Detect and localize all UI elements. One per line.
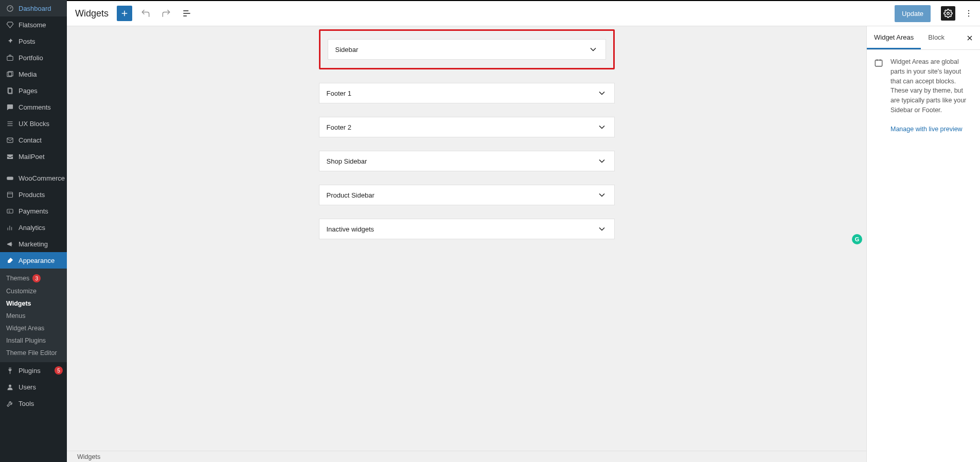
sidebar-item-tools[interactable]: Tools — [0, 395, 67, 412]
sidebar-item-plugins[interactable]: Plugins5 — [0, 362, 67, 379]
envelope-icon — [5, 135, 14, 145]
user-icon — [5, 382, 14, 392]
calendar-icon — [874, 58, 883, 134]
redo-icon — [161, 8, 171, 19]
widget-area-footer-2[interactable]: Footer 2 — [319, 117, 615, 137]
sidebar-item-label: Marketing — [19, 240, 48, 248]
sidebar-item-label: UX Blocks — [19, 120, 49, 128]
svg-point-25 — [947, 12, 950, 15]
sidebar-item-label: Plugins — [19, 367, 41, 375]
analytics-icon — [5, 223, 14, 232]
widget-area-footer-1[interactable]: Footer 1 — [319, 83, 615, 103]
undo-button[interactable] — [138, 6, 153, 21]
chevron-down-icon — [597, 156, 607, 166]
sidebar-item-label: MailPoet — [19, 153, 45, 161]
widget-area-product-sidebar[interactable]: Product Sidebar — [319, 185, 615, 205]
sidebar-item-label: Tools — [19, 400, 34, 407]
inspector-tabs: Widget Areas Block — [867, 26, 980, 50]
sidebar-subitem-label: Customize — [6, 288, 37, 295]
pages-icon — [5, 86, 14, 95]
media-icon — [5, 69, 14, 79]
sidebar-item-contact[interactable]: Contact — [0, 132, 67, 148]
redo-button[interactable] — [159, 6, 173, 21]
comment-icon — [5, 102, 14, 112]
tab-block[interactable]: Block — [921, 26, 952, 49]
sidebar-subitem-widgets[interactable]: Widgets — [0, 297, 67, 310]
sidebar-item-woocommerce[interactable]: WooCommerce — [0, 170, 67, 186]
widget-highlight: Sidebar — [319, 29, 615, 69]
sidebar-item-media[interactable]: Media — [0, 66, 67, 82]
add-block-button[interactable] — [117, 6, 132, 21]
sidebar-subitem-theme-file-editor[interactable]: Theme File Editor — [0, 347, 67, 359]
sidebar-item-label: Portfolio — [19, 54, 43, 62]
chevron-down-icon — [597, 122, 607, 132]
sidebar-item-dashboard[interactable]: Dashboard — [0, 0, 67, 16]
sidebar-item-label: Dashboard — [19, 5, 51, 12]
widget-area-label: Footer 2 — [327, 123, 351, 131]
sidebar-subitem-label: Install Plugins — [6, 337, 46, 344]
product-icon — [5, 190, 14, 199]
svg-point-28 — [968, 15, 969, 16]
sidebar-item-payments[interactable]: $Payments — [0, 203, 67, 219]
breadcrumb[interactable]: Widgets — [77, 453, 100, 460]
sidebar-subitem-label: Theme File Editor — [6, 349, 57, 357]
sidebar-subitem-label: Themes — [6, 275, 29, 282]
widget-area-inactive-widgets[interactable]: Inactive widgets — [319, 219, 615, 239]
sidebar-subitem-menus[interactable]: Menus — [0, 310, 67, 322]
sidebar-item-comments[interactable]: Comments — [0, 99, 67, 115]
sidebar-subitem-label: Widget Areas — [6, 325, 44, 332]
settings-button[interactable] — [941, 6, 955, 21]
close-inspector-button[interactable] — [959, 26, 980, 49]
sidebar-item-label: Media — [19, 70, 37, 78]
workspace: Widgets Update SidebarFooter 1Footer 2Sh… — [67, 0, 980, 462]
widget-area-shop-sidebar[interactable]: Shop Sidebar — [319, 151, 615, 171]
widget-area-label: Inactive widgets — [327, 225, 375, 233]
sidebar-item-marketing[interactable]: Marketing — [0, 236, 67, 252]
sidebar-item-posts[interactable]: Posts — [0, 33, 67, 49]
sidebar-item-products[interactable]: Products — [0, 186, 67, 203]
widget-area-sidebar[interactable]: Sidebar — [328, 39, 606, 60]
badge: 5 — [55, 366, 63, 375]
sidebar-item-ux-blocks[interactable]: UX Blocks — [0, 115, 67, 132]
svg-point-26 — [968, 10, 969, 11]
sidebar-item-label: Pages — [19, 87, 38, 95]
sidebar-item-appearance[interactable]: Appearance — [0, 252, 67, 269]
sidebar-submenu: Themes3CustomizeWidgetsMenusWidget Areas… — [0, 269, 67, 362]
sidebar-item-label: Posts — [19, 38, 35, 45]
svg-text:$: $ — [8, 210, 10, 213]
sidebar-item-users[interactable]: Users — [0, 379, 67, 395]
svg-point-19 — [9, 384, 11, 387]
grammarly-badge[interactable]: G — [852, 234, 862, 244]
tab-widget-areas[interactable]: Widget Areas — [867, 26, 921, 49]
close-icon — [966, 34, 974, 42]
sidebar-item-pages[interactable]: Pages — [0, 82, 67, 99]
sidebar-subitem-label: Widgets — [6, 300, 31, 307]
pin-icon — [5, 37, 14, 46]
manage-live-preview-link[interactable]: Manage with live preview — [890, 125, 973, 134]
midrow: SidebarFooter 1Footer 2Shop SidebarProdu… — [67, 26, 980, 462]
more-options-button[interactable] — [961, 6, 976, 21]
plug-icon — [5, 366, 14, 375]
woo-icon — [5, 173, 14, 183]
sidebar-subitem-themes[interactable]: Themes3 — [0, 272, 67, 285]
canvas-column: SidebarFooter 1Footer 2Shop SidebarProdu… — [67, 26, 866, 462]
list-view-button[interactable] — [180, 6, 194, 21]
sidebar-item-portfolio[interactable]: Portfolio — [0, 49, 67, 66]
widget-area-label: Footer 1 — [327, 90, 351, 97]
gear-icon — [943, 9, 953, 18]
update-button[interactable]: Update — [895, 5, 931, 22]
svg-point-27 — [968, 13, 969, 14]
sidebar-item-label: Analytics — [19, 224, 45, 232]
megaphone-icon — [5, 239, 14, 248]
admin-sidebar: DashboardFlatsomePostsPortfolioMediaPage… — [0, 0, 67, 462]
svg-rect-13 — [7, 209, 12, 213]
sidebar-item-analytics[interactable]: Analytics — [0, 219, 67, 236]
sidebar-subitem-install-plugins[interactable]: Install Plugins — [0, 334, 67, 347]
sidebar-subitem-widget-areas[interactable]: Widget Areas — [0, 322, 67, 334]
sidebar-item-mailpoet[interactable]: MailPoet — [0, 148, 67, 165]
sidebar-subitem-customize[interactable]: Customize — [0, 285, 67, 297]
sidebar-item-label: WooCommerce — [19, 174, 65, 182]
sidebar-item-label: Products — [19, 191, 45, 199]
sidebar-item-flatsome[interactable]: Flatsome — [0, 16, 67, 33]
chevron-down-icon — [597, 224, 607, 234]
